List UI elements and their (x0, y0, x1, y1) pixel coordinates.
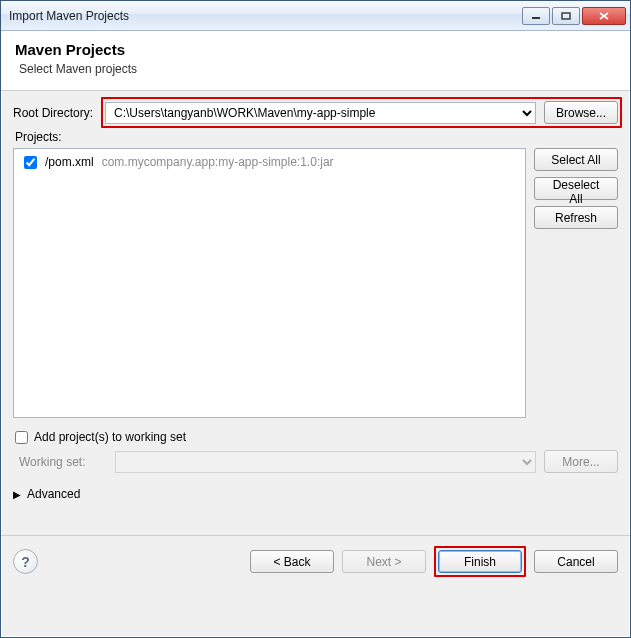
wizard-body: Root Directory: C:\Users\tangyanb\WORK\M… (1, 91, 630, 536)
projects-area: /pom.xml com.mycompany.app:my-app-simple… (13, 148, 618, 418)
dialog-window: Import Maven Projects Maven Projects Sel… (0, 0, 631, 638)
working-set-combo (115, 451, 536, 473)
help-icon[interactable]: ? (13, 549, 38, 574)
projects-side-buttons: Select All Deselect All Refresh (534, 148, 618, 418)
wizard-footer: ? < Back Next > Finish Cancel (1, 536, 630, 589)
projects-tree[interactable]: /pom.xml com.mycompany.app:my-app-simple… (13, 148, 526, 418)
svg-rect-1 (562, 13, 570, 19)
browse-button[interactable]: Browse... (544, 101, 618, 124)
advanced-label: Advanced (27, 487, 80, 501)
more-button: More... (544, 450, 618, 473)
page-subtitle: Select Maven projects (19, 62, 616, 76)
project-path: /pom.xml (45, 155, 94, 169)
cancel-button[interactable]: Cancel (534, 550, 618, 573)
wizard-header: Maven Projects Select Maven projects (1, 31, 630, 91)
working-set-label: Working set: (19, 455, 107, 469)
deselect-all-button[interactable]: Deselect All (534, 177, 618, 200)
select-all-button[interactable]: Select All (534, 148, 618, 171)
root-directory-label: Root Directory: (13, 106, 105, 120)
minimize-button[interactable] (522, 7, 550, 25)
project-checkbox[interactable] (24, 156, 37, 169)
highlight-finish: Finish (434, 546, 526, 577)
back-button[interactable]: < Back (250, 550, 334, 573)
highlight-root-directory: C:\Users\tangyanb\WORK\Maven\my-app-simp… (101, 97, 622, 128)
finish-button[interactable]: Finish (438, 550, 522, 573)
next-button: Next > (342, 550, 426, 573)
root-directory-row: Root Directory: C:\Users\tangyanb\WORK\M… (13, 101, 618, 124)
window-controls (520, 7, 626, 25)
refresh-button[interactable]: Refresh (534, 206, 618, 229)
title-bar[interactable]: Import Maven Projects (1, 1, 630, 31)
working-set-add-label: Add project(s) to working set (34, 430, 186, 444)
maximize-button[interactable] (552, 7, 580, 25)
chevron-right-icon: ▶ (13, 489, 21, 500)
working-set-add-row: Add project(s) to working set (13, 430, 618, 444)
projects-label: Projects: (15, 130, 618, 144)
page-title: Maven Projects (15, 41, 616, 58)
project-gav: com.mycompany.app:my-app-simple:1.0:jar (102, 155, 334, 169)
close-button[interactable] (582, 7, 626, 25)
root-directory-wrap: C:\Users\tangyanb\WORK\Maven\my-app-simp… (105, 102, 536, 124)
window-title: Import Maven Projects (9, 9, 520, 23)
working-set-checkbox[interactable] (15, 431, 28, 444)
tree-item[interactable]: /pom.xml com.mycompany.app:my-app-simple… (22, 155, 517, 169)
working-set-select-row: Working set: More... (13, 450, 618, 473)
root-directory-combo[interactable]: C:\Users\tangyanb\WORK\Maven\my-app-simp… (105, 102, 536, 124)
advanced-toggle[interactable]: ▶ Advanced (13, 487, 618, 501)
